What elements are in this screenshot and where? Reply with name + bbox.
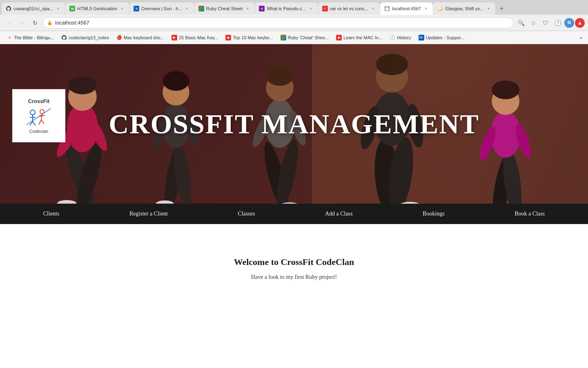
address-field[interactable]: 🔒 localhost:4567 <box>42 17 514 29</box>
tab-1[interactable]: cowang01/cc_spa... × <box>2 2 65 15</box>
hero-section: CrossFit <box>0 44 588 204</box>
nav-register-client[interactable]: Register a Client <box>125 209 172 219</box>
tab-8-close[interactable]: × <box>486 6 491 11</box>
clock-icon[interactable]: 🕐 <box>552 17 564 29</box>
svg-point-36 <box>376 54 408 75</box>
logo-box: CrossFit <box>12 89 65 142</box>
tab-5-favicon: V <box>259 6 265 11</box>
address-bar-row: ← → ↻ 🔒 localhost:4567 🔍 ☆ 🛡 🕐 M ▲ <box>0 15 588 31</box>
bookmark-history[interactable]: 🕐 History <box>386 34 414 42</box>
tab-6-close[interactable]: × <box>370 6 376 11</box>
svg-point-28 <box>266 65 294 86</box>
tab-4-close[interactable]: × <box>245 6 250 11</box>
tab-1-close[interactable]: × <box>55 6 61 11</box>
hero-title: CROSSFIT MANAGEMENT <box>109 108 479 140</box>
search-icon[interactable]: 🔍 <box>515 17 527 29</box>
tab-4[interactable]: Ruby Cheat Sheet × <box>194 2 255 15</box>
bookmark-codeclan[interactable]: codeclan/g13_notes <box>58 34 112 42</box>
tab-3-title: Overview | Sun - h... <box>141 6 182 11</box>
bookmark-25-mac[interactable]: ▶ 25 Basic Mac Key... <box>168 34 221 42</box>
nav-add-class[interactable]: Add a Class <box>321 209 357 219</box>
browser-chrome: cowang01/cc_spa... × M HTML5 Geolocation… <box>0 0 588 44</box>
tab-4-title: Ruby Cheat Sheet <box>206 6 243 11</box>
svg-point-43 <box>492 81 519 99</box>
tab-6-title: var vs let vs cons... <box>330 6 368 11</box>
bookmark-25-mac-icon: ▶ <box>172 35 177 40</box>
tab-5[interactable]: V What is Pseudo-c... × <box>255 2 317 15</box>
forward-button[interactable]: → <box>16 17 28 29</box>
shield-icon[interactable]: 🛡 <box>540 17 551 29</box>
welcome-title: Welcome to CrossFit CodeClan <box>8 257 580 267</box>
svg-line-54 <box>41 120 44 124</box>
tab-2[interactable]: M HTML5 Geolocation × <box>65 2 129 15</box>
tab-1-favicon <box>6 6 11 11</box>
svg-rect-0 <box>385 7 390 11</box>
tab-3-close[interactable]: × <box>184 6 190 11</box>
bookmark-top10-mac-icon: ▶ <box>225 35 231 40</box>
main-content: Welcome to CrossFit CodeClan Have a look… <box>0 224 588 305</box>
new-tab-button[interactable]: + <box>496 2 507 15</box>
svg-point-12 <box>68 76 97 94</box>
back-button[interactable]: ← <box>3 17 15 29</box>
tab-4-favicon <box>198 6 204 11</box>
bookmark-learn-mac-icon: ▶ <box>336 35 342 40</box>
page-content: CrossFit <box>0 44 588 305</box>
bookmark-ruby-cheat-icon <box>281 35 286 40</box>
nav-bookings[interactable]: Bookings <box>419 209 449 219</box>
bookmark-mac-keyboard-icon: 🍎 <box>116 35 122 40</box>
tab-6[interactable]: ! var vs let vs cons... × <box>318 2 380 15</box>
tab-5-close[interactable]: × <box>308 6 314 11</box>
bookmark-updates-icon: SC <box>419 35 424 40</box>
logo-graphic <box>22 104 55 129</box>
svg-line-53 <box>39 120 41 125</box>
security-lock-icon: 🔒 <box>47 20 53 25</box>
svg-line-49 <box>33 121 36 126</box>
bookmark-bible-icon: ★ <box>7 35 12 40</box>
welcome-text: Have a look to my first Ruby project! <box>8 274 580 280</box>
bookmark-codeclan-icon <box>61 35 67 40</box>
nav-classes[interactable]: Classes <box>234 209 259 219</box>
svg-point-50 <box>40 110 44 114</box>
tab-7[interactable]: localhost:4567 × <box>380 2 433 15</box>
bookmarks-bar: ★ The Bible - Bilingu... codeclan/g13_no… <box>0 31 588 44</box>
profile-avatar[interactable]: M <box>564 18 574 28</box>
tab-7-favicon <box>384 6 390 11</box>
notification-icon[interactable]: ▲ <box>575 18 585 28</box>
address-text: localhost:4567 <box>55 20 509 26</box>
tab-8-favicon: 🌙 <box>437 6 443 11</box>
svg-point-45 <box>30 110 35 115</box>
bookmark-history-icon: 🕐 <box>390 35 395 40</box>
tab-2-favicon: M <box>69 6 75 11</box>
nav-book-class[interactable]: Book a Class <box>510 209 549 219</box>
bookmark-top10-mac[interactable]: ▶ Top 10 Mac keybo... <box>222 34 276 42</box>
logo-text-top: CrossFit <box>28 98 50 104</box>
tab-2-title: HTML5 Geolocation <box>77 6 117 11</box>
tab-1-title: cowang01/cc_spa... <box>13 6 53 11</box>
tab-8[interactable]: 🌙 Glasgow, Shift yo... × <box>433 2 495 15</box>
bookmark-updates[interactable]: SC Updates - Suppor... <box>415 34 468 42</box>
navigation-bar: Clients Register a Client Classes Add a … <box>0 204 588 224</box>
svg-point-20 <box>163 71 189 91</box>
toolbar-icons: 🔍 ☆ 🛡 🕐 M ▲ <box>515 17 585 29</box>
tab-8-title: Glasgow, Shift yo... <box>445 6 483 11</box>
tab-2-close[interactable]: × <box>119 6 125 11</box>
tab-7-title: localhost:4567 <box>392 6 421 11</box>
tab-6-favicon: ! <box>322 6 328 11</box>
bookmarks-more-button[interactable]: » <box>577 34 585 41</box>
tab-5-title: What is Pseudo-c... <box>267 6 305 11</box>
logo-text-bottom: Codeclan <box>29 129 48 134</box>
bookmark-star-icon[interactable]: ☆ <box>528 17 539 29</box>
reload-button[interactable]: ↻ <box>29 17 41 29</box>
bookmark-ruby-cheat[interactable]: Ruby 'Cheat' Shee... <box>277 34 332 42</box>
tab-3-favicon: ☀ <box>134 6 139 11</box>
tab-3[interactable]: ☀ Overview | Sun - h... × <box>129 2 194 15</box>
nav-clients[interactable]: Clients <box>39 209 64 219</box>
bookmark-mac-keyboard[interactable]: 🍎 Mac keyboard sho... <box>113 34 167 42</box>
tab-bar: cowang01/cc_spa... × M HTML5 Geolocation… <box>0 0 588 15</box>
bookmark-learn-mac[interactable]: ▶ Learn the MAC In... <box>333 34 385 42</box>
tab-7-close[interactable]: × <box>423 6 429 11</box>
bookmark-bible[interactable]: ★ The Bible - Bilingu... <box>3 34 57 42</box>
